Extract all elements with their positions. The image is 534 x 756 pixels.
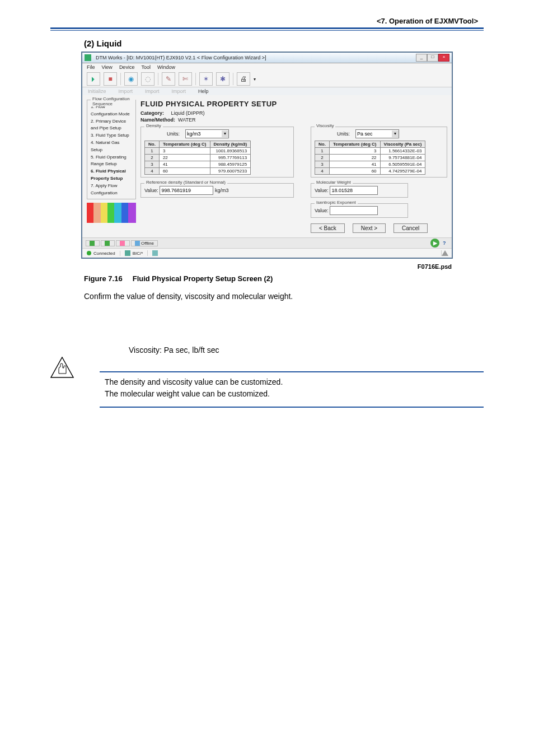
viscosity-table: No. Temperature (deg C) Viscosity (Pa se… [315,141,425,175]
mol-weight-title: Molecular Weight [315,180,353,185]
cell[interactable]: 3 [159,148,210,155]
ref-unit: kg/m3 [215,188,229,193]
note-rule-bottom [100,407,484,408]
step-7[interactable]: 7. Apply Flow Configuration [91,183,132,197]
toolbar-button-7[interactable]: ✶ [199,72,213,86]
tab-2[interactable] [116,240,130,246]
mol-value-input[interactable] [330,186,378,195]
density-units-value[interactable] [186,130,222,137]
help-icon[interactable]: ? [443,240,448,246]
step-4[interactable]: 4. Natural Gas Setup [91,139,132,154]
note-block: The density and viscosity value can be c… [50,371,484,408]
toolbar-dropdown-arrow[interactable]: ▾ [254,77,256,82]
label-help[interactable]: Help [198,88,209,94]
step-5[interactable]: 5. Fluid Operating Range Setup [91,154,132,169]
cell[interactable]: 41 [329,161,380,168]
maximize-button[interactable]: □ [427,54,438,62]
cell: 2 [145,155,160,161]
cell: 3 [315,161,330,168]
next-button[interactable]: Next > [353,223,386,233]
step-3[interactable]: 3. Fluid Type Setup [91,132,132,139]
figure-number: Figure 7.16 [84,274,123,283]
note-line-1: The density and viscosity value can be c… [105,376,484,388]
cell[interactable]: 22 [159,155,210,161]
cell[interactable]: 988.45979125 [210,161,251,168]
cell: 2 [315,155,330,161]
viscosity-units-combo[interactable]: ▼ [355,129,399,138]
toolbar-button-3[interactable]: ◉ [124,72,138,86]
status-led-icon [87,251,91,255]
tab-1[interactable] [101,240,115,246]
status-right [442,250,452,256]
step-list: 1. Flow Configuration Mode 2. Primary De… [91,104,132,197]
cell: 4 [145,168,160,175]
density-th-temp: Temperature (deg C) [159,141,210,148]
menu-tool[interactable]: Tool [141,64,151,70]
status-bar-icon [152,250,158,256]
tab-3-label: Offline [141,241,154,246]
status-net-label: BIC/* [133,251,143,256]
visc-th-no: No. [315,141,330,148]
toolbar-sep [195,73,196,85]
minimize-button[interactable]: _ [416,54,427,62]
status-network: BIC/* [120,250,148,256]
note-text: The density and viscosity value can be c… [105,376,484,400]
titlebar: DTM Works - [ID: MV1001(HT) EJX910 V2.1 … [82,53,452,63]
tab-0[interactable] [86,240,100,246]
cell[interactable]: 3 [329,148,380,155]
mol-value-label: Value: [315,188,329,193]
tab-3[interactable]: Offline [131,240,158,246]
cell[interactable]: 4.74295279E-04 [380,168,425,175]
density-th-dens: Density (kg/m3) [210,141,251,148]
toolbar-button-4[interactable]: ◌ [141,72,154,86]
toolbar-print-icon[interactable]: 🖨 [237,72,250,86]
app-icon [85,54,91,61]
iso-value-input[interactable] [330,206,378,215]
ref-value-label: Value: [144,188,158,193]
cell[interactable]: 41 [159,161,210,168]
menu-device[interactable]: Device [119,64,135,70]
density-units-row: Units: ▼ [144,129,290,138]
density-fieldset: Density Units: ▼ No. [140,127,294,178]
menu-view[interactable]: View [102,64,113,70]
table-row: 1 3 1001.89368513 [145,148,251,155]
cell[interactable]: 995.77769113 [210,155,251,161]
viscosity-fieldset-title: Viscosity [315,123,335,128]
body-area: Flow Configuration Sequence 1. Flow Conf… [82,95,452,237]
figure-title: Fluid Physical Property Setup Screen (2) [133,274,273,283]
cell[interactable]: 979.60075233 [210,168,251,175]
next-arrow-icon[interactable]: ▶ [430,239,439,248]
cancel-button[interactable]: Cancel [394,223,428,233]
density-units-combo[interactable]: ▼ [185,129,229,138]
note-hand-icon [50,357,74,380]
ref-value-input[interactable] [160,186,213,195]
toolbar-button-8[interactable]: ✱ [216,72,229,86]
viscosity-units-row: Units: ▼ [315,129,443,138]
viscosity-units-label: Units: [315,131,353,137]
toolbar-button-1[interactable]: ⏵ [87,72,100,86]
chevron-down-icon[interactable]: ▼ [222,130,228,137]
cell[interactable]: 60 [329,168,380,175]
cell[interactable]: 9.75734881E-04 [380,155,425,161]
toolbar-labels: Initialize Import Import Import Help [82,87,452,95]
close-button[interactable]: × [438,54,449,62]
table-row: 3 41 6.50595591E-04 [315,161,425,168]
menu-window[interactable]: Window [157,64,175,70]
cell[interactable]: 60 [159,168,210,175]
cell[interactable]: 1.56614332E-03 [380,148,425,155]
toolbar-button-6[interactable]: ✄ [179,72,192,86]
cell[interactable]: 22 [329,155,380,161]
back-button[interactable]: < Back [311,223,345,233]
toolbar-button-2[interactable]: ■ [104,72,117,86]
toolbar-button-5[interactable]: ✎ [162,72,175,86]
chevron-down-icon[interactable]: ▼ [392,130,399,137]
main-panel: FLUID PHYSICAL PROPERTY SETUP Category: … [140,100,447,233]
menu-file[interactable]: File [87,64,95,70]
confirm-paragraph: Confirm the value of density, viscosity … [84,292,484,301]
toolbar-sep [120,73,121,85]
step-6[interactable]: 6. Fluid Physical Property Setup [91,168,132,183]
cell[interactable]: 6.50595591E-04 [380,161,425,168]
cell[interactable]: 1001.89368513 [210,148,251,155]
step-2[interactable]: 2. Primary Device and Pipe Setup [91,118,132,133]
viscosity-units-value[interactable] [356,130,392,137]
